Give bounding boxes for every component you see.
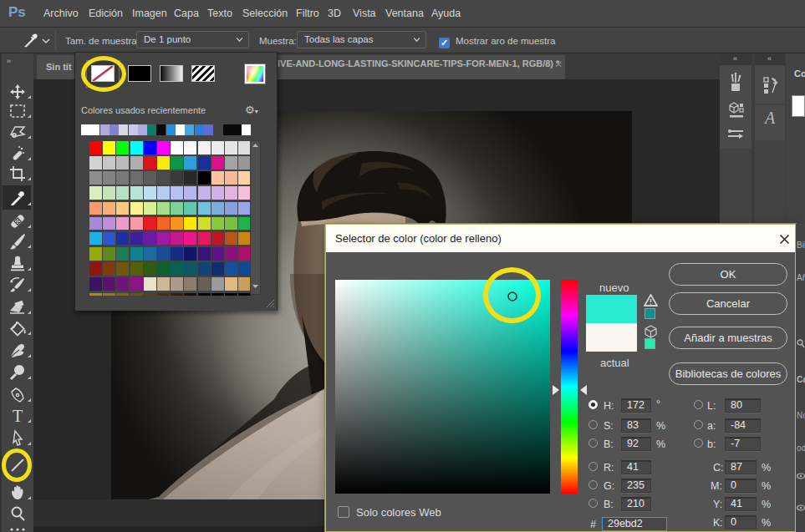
svg-text:»: »	[7, 57, 11, 65]
svg-text:T: T	[13, 407, 23, 425]
svg-text:A: A	[763, 109, 776, 127]
